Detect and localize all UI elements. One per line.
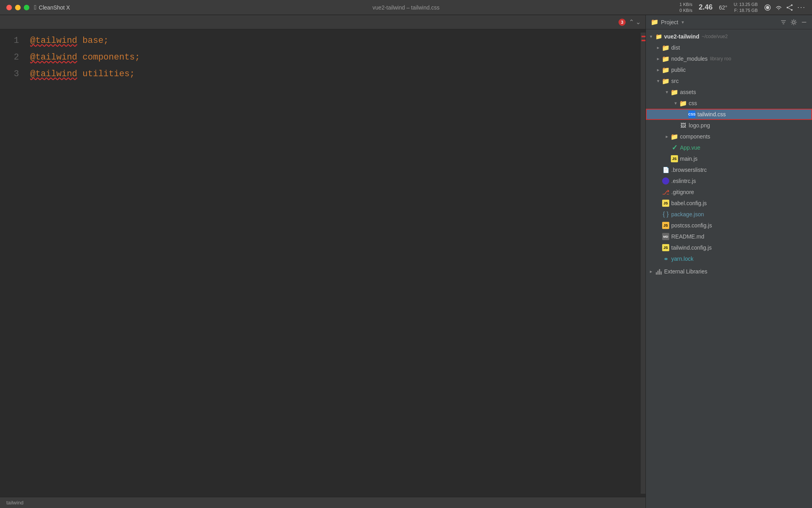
logo-label: logo.png — [689, 122, 710, 129]
main-js-label: main.js — [680, 156, 697, 162]
record-icon — [764, 4, 771, 11]
panel-header: 📁 Project ▾ — [646, 15, 812, 29]
share-icon — [786, 4, 793, 11]
json-file-icon: { } — [662, 211, 670, 218]
tree-item-node-modules[interactable]: 📁 node_modules library roo — [646, 53, 812, 64]
node-modules-folder-icon: 📁 — [662, 55, 670, 63]
tree-item-eslintrc[interactable]: .eslintrc.js — [646, 175, 812, 187]
postcss-file-icon: JS — [662, 222, 670, 229]
tailwind-css-label: tailwind.css — [697, 111, 726, 117]
status-bar: tailwind — [0, 497, 645, 508]
folder-icon: 📁 — [655, 33, 663, 40]
chevron-right-icon — [647, 269, 655, 274]
tree-item-public[interactable]: 📁 public — [646, 64, 812, 75]
dropdown-arrow-icon[interactable]: ▾ — [682, 19, 684, 25]
code-line-1: @tailwind base; — [30, 33, 634, 49]
tree-item-tailwind-css[interactable]: CSS tailwind.css — [646, 109, 812, 120]
nav-arrows[interactable]: ⌃ ⌄ — [629, 18, 641, 26]
filter-icon[interactable] — [780, 19, 787, 25]
components-folder-icon: 📁 — [670, 133, 678, 140]
tree-item-components[interactable]: 📁 components — [646, 131, 812, 142]
bar-chart-icon — [655, 268, 663, 275]
error-indicator-2 — [642, 40, 645, 41]
tree-item-postcss[interactable]: JS postcss.config.js — [646, 220, 812, 231]
eslint-icon — [662, 177, 670, 185]
tailwind-config-icon: JS — [662, 244, 670, 251]
value-1: base; — [82, 33, 109, 49]
temp-stat: 62° — [719, 4, 727, 11]
collapse-icon[interactable] — [801, 19, 807, 25]
tree-item-app-vue[interactable]: ✓ App.vue — [646, 142, 812, 153]
tree-item-logo[interactable]: 🖼 logo.png — [646, 120, 812, 131]
chevron-down-icon — [663, 89, 670, 95]
svg-line-5 — [788, 6, 791, 7]
tree-item-css-folder[interactable]: 📁 css — [646, 98, 812, 109]
arrow-down[interactable]: ⌄ — [636, 18, 641, 26]
chevron-right-icon — [655, 56, 662, 62]
line-number-3: 3 — [5, 66, 19, 83]
assets-label: assets — [680, 89, 696, 95]
chevron-right-icon — [663, 134, 670, 139]
scrollbar — [641, 33, 645, 494]
file-title: vue2-tailwind – tailwind.css — [373, 4, 440, 11]
project-panel: 📁 Project ▾ 📁 vue2-tailwind ~/code/vue2 — [645, 15, 812, 508]
tree-item-babel[interactable]: JS babel.config.js — [646, 198, 812, 209]
chevron-down-icon — [672, 100, 679, 106]
tree-item-dist[interactable]: 📁 dist — [646, 42, 812, 53]
chevron-right-icon — [655, 45, 662, 50]
svg-point-4 — [791, 9, 793, 11]
babel-file-icon: JS — [662, 200, 670, 207]
css-folder-label: css — [689, 100, 697, 106]
app-name-label: CleanShot X — [39, 4, 70, 11]
assets-folder-icon: 📁 — [670, 89, 678, 96]
tree-item-gitignore[interactable]: ⎇ .gitignore — [646, 187, 812, 198]
components-label: components — [680, 133, 710, 140]
editor: 3 ⌃ ⌄ 1 2 3 @tailwind base; — [0, 15, 645, 508]
svg-point-1 — [766, 6, 769, 9]
app-vue-label: App.vue — [680, 144, 700, 151]
close-button[interactable] — [6, 5, 12, 10]
dist-label: dist — [671, 44, 680, 51]
image-file-icon: 🖼 — [679, 122, 687, 129]
tree-item-main-js[interactable]: JS main.js — [646, 153, 812, 164]
tree-item-package-json[interactable]: { } package.json — [646, 209, 812, 220]
chevron-down-icon — [655, 78, 662, 84]
editor-toolbar: 3 ⌃ ⌄ — [0, 15, 645, 29]
public-label: public — [671, 67, 686, 73]
titlebar-right: 1 KB/s 0 KB/s 2.46 62° U: 13.25 GB F: 18… — [680, 2, 806, 13]
network-stat: 1 KB/s 0 KB/s — [680, 2, 692, 13]
tree-item-external-libraries[interactable]: External Libraries — [646, 266, 812, 277]
minimize-button[interactable] — [15, 5, 21, 10]
chevron-down-icon — [647, 34, 655, 39]
tree-item-assets[interactable]: 📁 assets — [646, 87, 812, 98]
svg-point-10 — [793, 21, 795, 23]
cpu-stat: 2.46 — [699, 3, 712, 12]
main-content: 3 ⌃ ⌄ 1 2 3 @tailwind base; — [0, 15, 812, 508]
tree-item-browserslistrc[interactable]: 📄 .browserslistrc — [646, 164, 812, 175]
root-path-label: ~/code/vue2 — [702, 34, 728, 39]
line-number-2: 2 — [5, 49, 19, 66]
tree-item-tailwind-config[interactable]: JS tailwind.config.js — [646, 242, 812, 253]
arrow-up[interactable]: ⌃ — [629, 18, 634, 26]
tree-item-yarn-lock[interactable]: ⚭ yarn.lock — [646, 253, 812, 264]
keyword-3: @tailwind — [30, 66, 77, 83]
line-numbers: 1 2 3 — [0, 33, 24, 494]
tree-item-root[interactable]: 📁 vue2-tailwind ~/code/vue2 — [646, 31, 812, 42]
tree-item-readme[interactable]: MD README.md — [646, 231, 812, 242]
settings-icon[interactable] — [791, 19, 797, 25]
keyword-2: @tailwind — [30, 49, 77, 66]
status-text: tailwind — [6, 500, 23, 506]
src-label: src — [671, 78, 679, 84]
git-file-icon: ⎇ — [662, 189, 670, 196]
tree-item-src[interactable]: 📁 src — [646, 75, 812, 87]
panel-title: 📁 Project ▾ — [651, 18, 777, 26]
code-area[interactable]: @tailwind base; @tailwind components; @t… — [24, 33, 641, 494]
more-icon[interactable]: ··· — [797, 3, 806, 12]
browserslistrc-label: .browserslistrc — [671, 167, 707, 173]
titlebar-left:  CleanShot X — [6, 4, 70, 11]
tailwind-config-label: tailwind.config.js — [671, 244, 712, 251]
traffic-lights — [6, 5, 29, 10]
eslintrc-label: .eslintrc.js — [671, 178, 696, 184]
maximize-button[interactable] — [24, 5, 29, 10]
babel-label: babel.config.js — [671, 200, 707, 206]
